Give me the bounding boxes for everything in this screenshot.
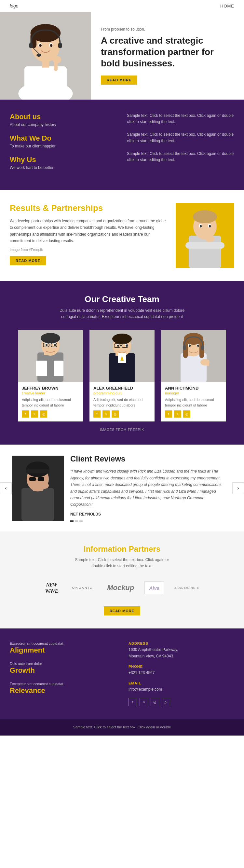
team-person-2-illustration	[89, 330, 155, 382]
footer-facebook-icon[interactable]: f	[128, 698, 137, 706]
footer-value-1: Alignment	[10, 646, 116, 654]
team-card-role-1: creative leader	[22, 391, 79, 395]
results-right	[176, 203, 234, 268]
footer-item-1: Excepteur sint occaecat cupidatat Alignm…	[10, 642, 116, 654]
reviews-quote: "I have known and worked closely with Ri…	[70, 468, 226, 508]
about-title-1[interactable]: About us	[10, 113, 117, 121]
footer-item-2: Duis aute irure dolor Growth	[10, 662, 116, 675]
svg-rect-17	[189, 236, 221, 268]
about-right: Sample text. Click to select the text bo…	[127, 113, 234, 177]
partners-section: Information Partners Sample text. Click …	[0, 531, 244, 629]
svg-point-79	[40, 482, 49, 489]
footer-phone-section: PHONE +321 123 4567	[128, 664, 234, 676]
facebook-icon-1[interactable]: f	[22, 410, 29, 417]
footer-twitter-icon[interactable]: 𝕏	[140, 698, 148, 706]
svg-rect-25	[185, 242, 224, 249]
hero-cta-button[interactable]: READ MORE	[101, 75, 137, 85]
reviews-section: ‹ Client Reviews "I have known and worke…	[0, 444, 244, 531]
about-item-2: What We Do To make our client happier	[10, 134, 117, 148]
dot-1[interactable]	[70, 520, 73, 522]
svg-rect-76	[29, 477, 36, 481]
team-card-social-3: f 𝕏 ◎	[165, 410, 222, 417]
about-desc-3: Sample text. Click to select the text bo…	[127, 151, 234, 163]
hero-content: From problem to solution. A creative and…	[91, 12, 244, 100]
team-card-name-2: ALEX GREENFIELD	[93, 386, 151, 391]
dot-3[interactable]	[80, 520, 83, 522]
facebook-icon-3[interactable]: f	[165, 410, 172, 417]
team-title: Our Creative Team	[10, 294, 234, 304]
footer-label-1: Excepteur sint occaecat cupidatat	[10, 642, 116, 645]
hero-image	[0, 12, 91, 100]
svg-point-23	[200, 225, 202, 227]
about-left: About us About our company history What …	[10, 113, 117, 177]
team-card-desc-2: Adipiscing elit, sed do eiusmod tempor i…	[93, 397, 151, 408]
team-card-photo-3	[161, 330, 226, 382]
reviews-title: Client Reviews	[70, 454, 226, 463]
svg-rect-75	[26, 469, 50, 473]
reviews-prev-button[interactable]: ‹	[0, 482, 12, 494]
hero-title: A creative and strategic transformation …	[101, 35, 234, 69]
results-photo	[176, 203, 234, 268]
about-title-3[interactable]: Why Us	[10, 156, 117, 164]
team-card-photo-2	[89, 330, 155, 382]
twitter-icon-2[interactable]: 𝕏	[102, 410, 110, 417]
bottom-bar: Sample text. Click to select the text bo…	[0, 719, 244, 736]
reviews-next-button[interactable]: ›	[232, 482, 244, 494]
reviews-photo	[12, 456, 64, 521]
dot-2[interactable]	[75, 520, 78, 522]
logo: logo	[10, 3, 18, 8]
footer-phone-value: +321 123 4567	[128, 670, 234, 676]
partner-name-3: Mockup	[107, 584, 134, 592]
svg-rect-10	[29, 43, 33, 48]
instagram-icon-2[interactable]: ◎	[112, 410, 119, 417]
reviews-dots	[70, 520, 226, 522]
svg-point-49	[126, 345, 127, 347]
partner-name-1: NEWWAVE	[45, 582, 58, 594]
svg-rect-77	[38, 477, 44, 481]
about-item-3: Why Us We work hart to be better	[10, 156, 117, 170]
about-subtitle-2: To make our client happier	[10, 144, 117, 148]
footer-phone-label: PHONE	[128, 664, 234, 669]
footer-value-2: Growth	[10, 666, 116, 675]
svg-point-26	[205, 236, 214, 242]
results-text: We develop partnerships with leading com…	[10, 218, 166, 244]
partners-subtitle: Sample text. Click to select the text bo…	[70, 557, 174, 569]
svg-rect-68	[183, 345, 186, 350]
twitter-icon-3[interactable]: 𝕏	[174, 410, 181, 417]
instagram-icon-3[interactable]: ◎	[183, 410, 190, 417]
hero-person-illustration	[10, 15, 81, 100]
results-cta-button[interactable]: READ MORE	[10, 256, 46, 265]
twitter-icon-1[interactable]: 𝕏	[31, 410, 38, 417]
instagram-icon-1[interactable]: ◎	[40, 410, 47, 417]
about-subtitle-1: About our company history	[10, 122, 117, 127]
svg-rect-69	[201, 345, 204, 350]
footer-social: f 𝕏 ◎ ▷	[128, 698, 234, 706]
facebook-icon-2[interactable]: f	[93, 410, 100, 417]
team-card-name-1: JEFFREY BROWN	[22, 386, 79, 391]
team-card-name-3: ANN RICHMOND	[165, 386, 222, 391]
svg-point-34	[45, 344, 48, 346]
svg-point-13	[36, 54, 41, 57]
team-credits: IMAGES FROM FREEPIK	[10, 428, 234, 432]
partner-logo-5: ZANDERANNIE	[171, 584, 203, 592]
footer-left: Excepteur sint occaecat cupidatat Alignm…	[10, 642, 116, 706]
partners-title: Information Partners	[10, 545, 234, 554]
nav-home[interactable]: HOME	[220, 4, 234, 8]
svg-point-8	[50, 44, 52, 47]
bottom-bar-text: Sample text. Click to select the text bo…	[10, 724, 234, 730]
team-card-2: ALEX GREENFIELD programming guru Adipisc…	[89, 330, 155, 422]
about-title-2[interactable]: What We Do	[10, 134, 117, 143]
partners-cta-button[interactable]: READ MORE	[104, 606, 140, 615]
svg-rect-71	[22, 488, 54, 521]
footer-instagram-icon[interactable]: ◎	[151, 698, 159, 706]
footer-label-2: Duis aute irure dolor	[10, 662, 116, 665]
footer-email-section: EMAIL info@example.com	[128, 681, 234, 692]
footer-youtube-icon[interactable]: ▷	[162, 698, 170, 706]
hero-section: From problem to solution. A creative and…	[0, 12, 244, 100]
partner-logo-3: Mockup	[103, 581, 138, 595]
team-card-1: JEFFREY BROWN creative leader Adipiscing…	[18, 330, 83, 422]
footer-value-3: Relevance	[10, 686, 116, 695]
svg-point-24	[209, 225, 211, 227]
about-subtitle-3: We work hart to be better	[10, 165, 117, 170]
svg-point-20	[193, 210, 217, 223]
